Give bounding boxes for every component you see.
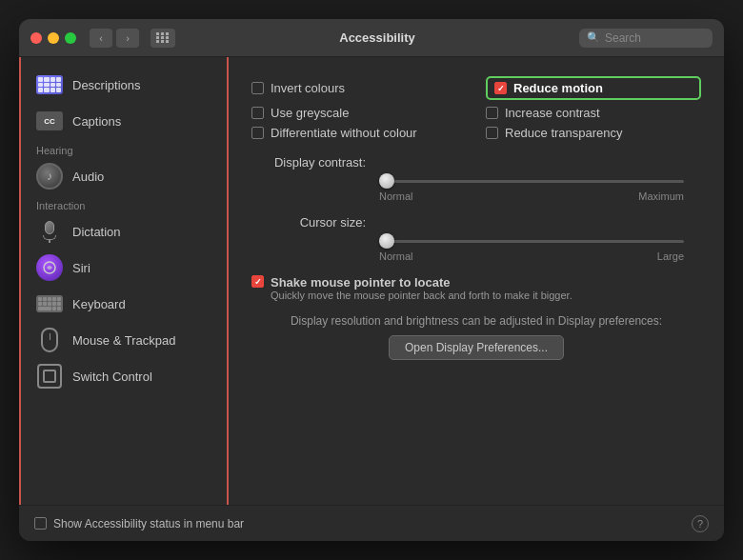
show-accessibility-status-checkbox[interactable] xyxy=(34,517,47,530)
sidebar-item-label: Switch Control xyxy=(72,370,152,384)
section-label-interaction: Interaction xyxy=(29,194,219,213)
search-icon: 🔍 xyxy=(587,31,600,44)
section-label-hearing: Hearing xyxy=(29,139,219,158)
sidebar-item-audio[interactable]: ♪ Audio xyxy=(29,158,219,194)
maximize-button[interactable] xyxy=(65,32,76,44)
help-button[interactable]: ? xyxy=(692,515,709,532)
cursor-size-slider[interactable] xyxy=(379,232,701,250)
keyboard-icon xyxy=(36,290,63,317)
accessibility-window: ‹ › Accessibility 🔍 xyxy=(19,19,724,541)
reduce-motion-label: Reduce motion xyxy=(513,81,603,95)
cursor-size-section: Cursor size: Normal Large xyxy=(251,215,701,262)
grid-view-button[interactable] xyxy=(151,29,175,48)
increase-contrast-row: Increase contrast xyxy=(486,106,701,120)
main-panel: Invert colours Reduce motion Use greysca… xyxy=(229,57,724,505)
differentiate-without-colour-row: Differentiate without colour xyxy=(251,126,467,140)
shake-mouse-description: Quickly move the mouse pointer back and … xyxy=(271,290,572,301)
display-contrast-endpoints: Normal Maximum xyxy=(379,190,684,202)
forward-icon: › xyxy=(126,32,130,44)
display-contrast-label: Display contrast: xyxy=(251,155,366,170)
reduce-transparency-checkbox[interactable] xyxy=(486,127,498,139)
sidebar-item-siri[interactable]: Siri xyxy=(29,250,219,286)
siri-icon xyxy=(36,254,63,281)
reduce-motion-highlighted: Reduce motion xyxy=(486,76,701,100)
mouse-icon xyxy=(36,327,63,353)
display-contrast-track xyxy=(379,180,684,183)
switch-icon xyxy=(36,363,63,390)
bottom-bar: Show Accessibility status in menu bar ? xyxy=(19,505,724,541)
display-contrast-max: Maximum xyxy=(638,190,684,202)
use-greyscale-label: Use greyscale xyxy=(271,106,349,120)
invert-colours-row: Invert colours xyxy=(251,76,467,100)
increase-contrast-label: Increase contrast xyxy=(505,106,600,120)
traffic-lights xyxy=(30,32,76,44)
cursor-size-thumb[interactable] xyxy=(379,233,394,249)
window-title: Accessibility xyxy=(183,30,572,45)
reduce-motion-checkbox[interactable] xyxy=(494,82,507,94)
increase-contrast-checkbox[interactable] xyxy=(486,107,498,119)
sidebar-item-label: Descriptions xyxy=(72,78,141,92)
show-accessibility-status-label: Show Accessibility status in menu bar xyxy=(53,517,244,530)
display-contrast-thumb[interactable] xyxy=(379,173,394,189)
titlebar: ‹ › Accessibility 🔍 xyxy=(19,19,724,57)
reduce-transparency-label: Reduce transparency xyxy=(505,126,623,140)
shake-mouse-title: Shake mouse pointer to locate xyxy=(271,275,572,290)
show-accessibility-status-row: Show Accessibility status in menu bar xyxy=(34,517,682,530)
display-note: Display resolution and brightness can be… xyxy=(251,314,701,328)
invert-colours-checkbox[interactable] xyxy=(251,82,264,94)
sidebar-item-keyboard[interactable]: Keyboard xyxy=(29,286,219,322)
cursor-size-track xyxy=(379,240,684,243)
differentiate-without-colour-checkbox[interactable] xyxy=(251,127,264,139)
reduce-transparency-row: Reduce transparency xyxy=(486,126,701,140)
search-box[interactable]: 🔍 xyxy=(579,29,713,48)
differentiate-without-colour-label: Differentiate without colour xyxy=(271,126,417,140)
minimize-button[interactable] xyxy=(48,32,59,44)
sidebar-item-label: Audio xyxy=(72,170,104,184)
shake-mouse-checkbox[interactable] xyxy=(251,275,264,288)
options-grid: Invert colours Reduce motion Use greysca… xyxy=(251,76,701,140)
grid-icon xyxy=(156,32,170,43)
sidebar-item-label: Captions xyxy=(72,114,121,129)
close-button[interactable] xyxy=(30,32,42,44)
display-contrast-slider[interactable] xyxy=(379,172,701,190)
sidebar-item-dictation[interactable]: Dictation xyxy=(29,213,219,250)
cursor-size-min: Normal xyxy=(379,250,412,262)
sidebar-item-label: Mouse & Trackpad xyxy=(72,333,175,348)
cursor-size-max: Large xyxy=(657,250,684,262)
search-input[interactable] xyxy=(605,31,705,45)
sidebar-item-descriptions[interactable]: Descriptions xyxy=(29,67,219,103)
sidebar-item-label: Dictation xyxy=(72,225,121,239)
captions-icon: CC xyxy=(36,108,63,134)
sidebar-item-captions[interactable]: CC Captions xyxy=(29,103,219,139)
use-greyscale-checkbox[interactable] xyxy=(251,107,264,119)
nav-buttons: ‹ › xyxy=(90,29,139,48)
cursor-size-endpoints: Normal Large xyxy=(379,250,684,262)
sidebar-item-label: Siri xyxy=(72,261,90,275)
audio-icon: ♪ xyxy=(36,163,63,190)
cursor-size-row: Cursor size: xyxy=(251,215,701,230)
dictation-icon xyxy=(36,218,63,245)
main-content: Descriptions CC Captions Hearing ♪ Audio… xyxy=(19,57,724,505)
sidebar-item-switch-control[interactable]: Switch Control xyxy=(29,358,219,394)
use-greyscale-row: Use greyscale xyxy=(251,106,467,120)
cursor-size-label: Cursor size: xyxy=(251,215,366,230)
descriptions-icon xyxy=(36,71,63,98)
display-contrast-section: Display contrast: Normal Maximum xyxy=(251,155,701,202)
forward-button[interactable]: › xyxy=(116,29,139,48)
shake-mouse-row: Shake mouse pointer to locate Quickly mo… xyxy=(251,275,701,301)
back-icon: ‹ xyxy=(99,32,103,44)
open-display-preferences-button[interactable]: Open Display Preferences... xyxy=(389,335,564,360)
back-button[interactable]: ‹ xyxy=(90,29,112,48)
sidebar: Descriptions CC Captions Hearing ♪ Audio… xyxy=(19,57,229,505)
sidebar-item-label: Keyboard xyxy=(72,297,126,311)
shake-mouse-text: Shake mouse pointer to locate Quickly mo… xyxy=(271,275,572,301)
sidebar-item-mouse-trackpad[interactable]: Mouse & Trackpad xyxy=(29,322,219,358)
invert-colours-label: Invert colours xyxy=(271,81,345,95)
display-contrast-row: Display contrast: xyxy=(251,155,701,170)
display-contrast-min: Normal xyxy=(379,190,412,202)
